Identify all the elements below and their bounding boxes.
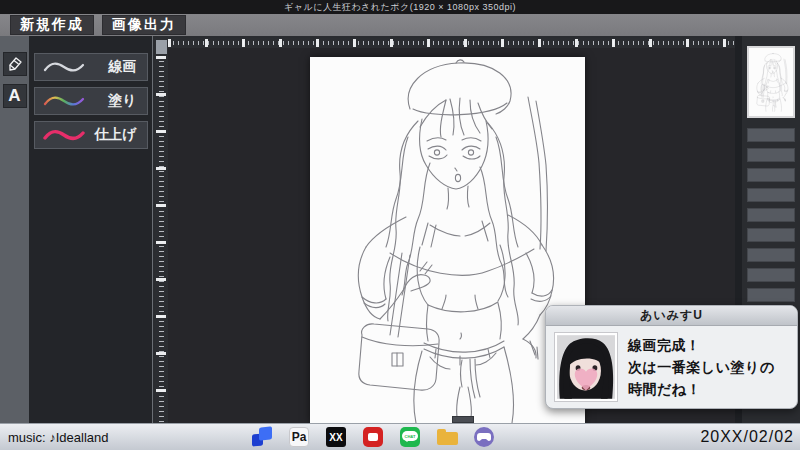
- dialog-line: 線画完成！: [628, 334, 775, 356]
- horizontal-scrollbar-thumb[interactable]: [452, 416, 474, 423]
- empty-page-slot[interactable]: [747, 208, 795, 222]
- lineart-drawing: [310, 57, 585, 423]
- now-playing: music: ♪Idealland: [8, 430, 108, 445]
- taskbar: music: ♪Idealland Pa XX CHAT: [0, 423, 800, 450]
- layer-row-coloring[interactable]: 塗り: [34, 87, 148, 115]
- empty-page-slot[interactable]: [747, 288, 795, 302]
- lineart-wave-icon: [42, 59, 86, 75]
- window-title: ギャルに人生狂わされたボク(1920 × 1080px 350dpi): [284, 1, 516, 14]
- window-titlebar: ギャルに人生狂わされたボク(1920 × 1080px 350dpi): [0, 0, 800, 14]
- pen-nib-icon: [7, 56, 23, 72]
- dialog-text: 線画完成！ 次は一番楽しい塗りの 時間だね！: [628, 332, 775, 402]
- dialog-line: 次は一番楽しい塗りの: [628, 356, 775, 378]
- taskbar-icons: Pa XX CHAT: [252, 427, 494, 447]
- layers-panel: 線画 塗り 仕上げ: [29, 36, 153, 423]
- chat-app-icon[interactable]: CHAT: [400, 427, 420, 447]
- empty-page-slot[interactable]: [747, 188, 795, 202]
- folder-icon[interactable]: [437, 427, 457, 447]
- paint-app-window: ギャルに人生狂わされたボク(1920 × 1080px 350dpi) 新規作成…: [0, 0, 800, 450]
- coloring-wave-icon: [42, 93, 86, 109]
- video-app-icon[interactable]: [363, 427, 383, 447]
- empty-page-slot[interactable]: [747, 168, 795, 182]
- empty-page-slot[interactable]: [747, 248, 795, 262]
- music-label: music:: [8, 430, 46, 445]
- date-display: 20XX/02/02: [700, 428, 794, 446]
- tool-strip: A: [0, 36, 29, 423]
- game-app-icon[interactable]: [474, 427, 494, 447]
- text-tool-button[interactable]: A: [3, 84, 27, 108]
- speaker-name: あいみすU: [640, 307, 703, 324]
- layer-row-lineart[interactable]: 線画: [34, 53, 148, 81]
- dialog-line: 時間だね！: [628, 378, 775, 400]
- avatar-portrait: [557, 335, 615, 399]
- dialog-header: あいみすU: [546, 306, 797, 326]
- page-thumbnail[interactable]: [747, 46, 795, 118]
- windows-logo-icon[interactable]: [252, 427, 272, 447]
- empty-page-slot[interactable]: [747, 268, 795, 282]
- menu-bar: 新規作成 画像出力: [0, 14, 800, 36]
- finishing-wave-icon: [42, 127, 86, 143]
- horizontal-ruler: [168, 38, 735, 48]
- thumbnail-drawing: [749, 48, 793, 116]
- canvas-page[interactable]: [310, 57, 585, 423]
- vertical-ruler: [155, 38, 168, 423]
- pen-tool-button[interactable]: [3, 52, 27, 76]
- ruler-corner: [156, 40, 167, 54]
- text-tool-icon: A: [8, 86, 20, 106]
- layer-label: 線画: [109, 58, 137, 76]
- layer-row-finishing[interactable]: 仕上げ: [34, 121, 148, 149]
- empty-page-slot[interactable]: [747, 228, 795, 242]
- empty-page-slot[interactable]: [747, 128, 795, 142]
- paint-app-icon[interactable]: Pa: [289, 427, 309, 447]
- character-dialog: あいみすU 線画完成！ 次は一番楽しい塗りの: [545, 305, 798, 409]
- gamepad-icon: [477, 432, 491, 442]
- avatar: [554, 332, 618, 402]
- dialog-body: 線画完成！ 次は一番楽しい塗りの 時間だね！: [546, 326, 797, 408]
- layer-label: 仕上げ: [94, 126, 136, 144]
- export-image-button[interactable]: 画像出力: [102, 15, 186, 35]
- layer-label: 塗り: [108, 92, 136, 110]
- new-file-button[interactable]: 新規作成: [10, 15, 94, 35]
- empty-page-slot[interactable]: [747, 148, 795, 162]
- xx-app-icon[interactable]: XX: [326, 427, 346, 447]
- music-title: ♪Idealland: [49, 430, 108, 445]
